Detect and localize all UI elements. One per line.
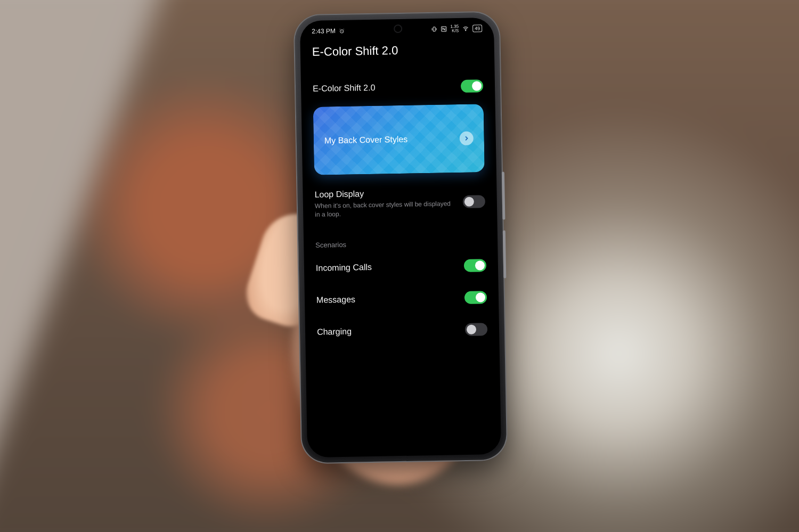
- svg-rect-1: [434, 27, 436, 31]
- incoming-calls-toggle[interactable]: [464, 259, 486, 273]
- vibrate-icon: [431, 26, 437, 32]
- loop-display-sub: When it's on, back cover styles will be …: [315, 199, 456, 219]
- wifi-icon: [462, 26, 469, 32]
- phone-frame: 2:43 PM 1.35K/S 49: [295, 12, 507, 463]
- back-cover-styles-label: My Back Cover Styles: [324, 135, 408, 146]
- row-messages[interactable]: Messages: [316, 282, 487, 317]
- page-title: E-Color Shift 2.0: [312, 42, 483, 59]
- battery-level: 49: [475, 25, 480, 31]
- battery-icon: 49: [472, 24, 482, 32]
- charging-label: Charging: [317, 325, 458, 338]
- alarm-icon: [339, 28, 345, 34]
- incoming-calls-label: Incoming Calls: [316, 261, 456, 274]
- row-ecolor-shift[interactable]: E-Color Shift 2.0: [313, 70, 484, 105]
- chevron-right-icon: [460, 132, 474, 145]
- phone-screen: 2:43 PM 1.35K/S 49: [300, 18, 501, 457]
- ecolor-shift-label: E-Color Shift 2.0: [313, 81, 453, 94]
- messages-toggle[interactable]: [464, 291, 487, 305]
- loop-display-label: Loop Display: [314, 187, 455, 200]
- scenarios-header: Scenarios: [315, 226, 486, 253]
- charging-toggle[interactable]: [465, 323, 487, 337]
- ecolor-shift-toggle[interactable]: [461, 79, 483, 93]
- svg-point-3: [466, 30, 466, 31]
- nfc-icon: [441, 26, 447, 32]
- data-rate-icon: 1.35K/S: [450, 24, 459, 33]
- messages-label: Messages: [316, 293, 457, 306]
- settings-content: E-Color Shift 2.0 E-Color Shift 2.0 My B…: [300, 35, 499, 349]
- row-loop-display[interactable]: Loop Display When it's on, back cover st…: [314, 177, 486, 228]
- row-charging[interactable]: Charging: [317, 314, 488, 349]
- loop-display-toggle[interactable]: [463, 195, 485, 208]
- row-incoming-calls[interactable]: Incoming Calls: [315, 250, 486, 285]
- back-cover-styles-card[interactable]: My Back Cover Styles: [313, 104, 485, 175]
- status-time: 2:43 PM: [312, 27, 336, 35]
